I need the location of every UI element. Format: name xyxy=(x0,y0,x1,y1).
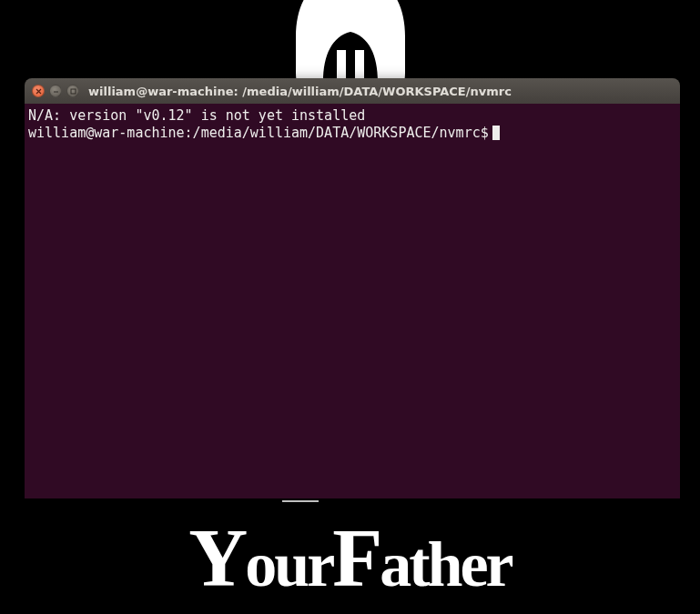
maximize-button[interactable] xyxy=(66,85,79,97)
terminal-cursor xyxy=(492,126,500,140)
terminal-prompt-line: william@war-machine:/media/william/DATA/… xyxy=(28,125,676,142)
wallpaper-text: YourFather xyxy=(188,511,511,605)
wallpaper-text-segment: our xyxy=(245,529,332,599)
window-controls xyxy=(32,85,79,97)
close-button[interactable] xyxy=(32,85,45,97)
terminal-prompt: william@war-machine:/media/william/DATA/… xyxy=(28,125,489,142)
svg-rect-0 xyxy=(71,89,76,94)
minimize-button[interactable] xyxy=(49,85,62,97)
wallpaper-decorative-line xyxy=(282,500,319,502)
terminal-window: william@war-machine: /media/william/DATA… xyxy=(25,78,680,498)
wallpaper-text-segment: ather xyxy=(380,529,511,599)
terminal-output-line: N/A: version "v0.12" is not yet installe… xyxy=(28,107,676,125)
window-titlebar[interactable]: william@war-machine: /media/william/DATA… xyxy=(25,78,680,104)
terminal-content[interactable]: N/A: version "v0.12" is not yet installe… xyxy=(25,104,680,498)
window-title: william@war-machine: /media/william/DATA… xyxy=(88,85,512,98)
